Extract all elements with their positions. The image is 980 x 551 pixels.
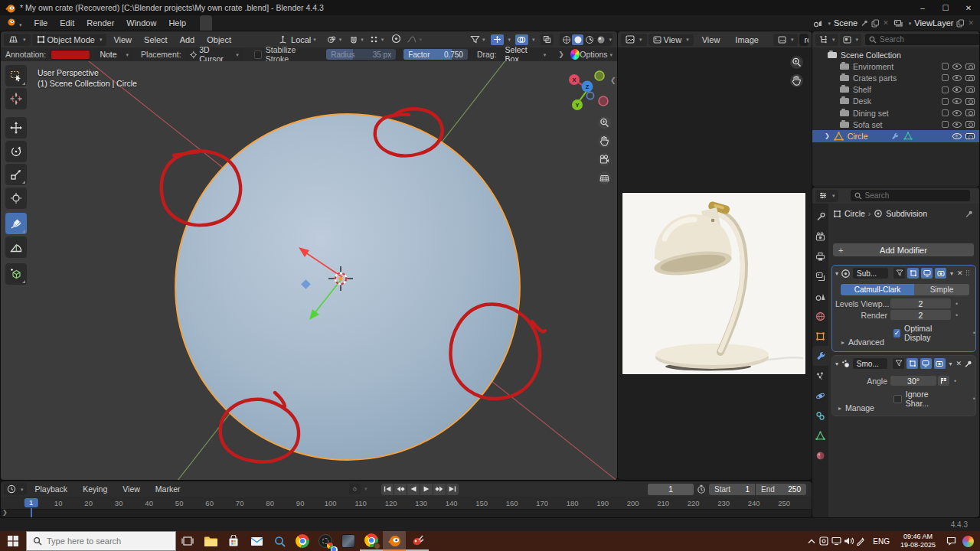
clock[interactable]: 09:46 AM 19-08-2025 (896, 533, 940, 550)
hide-viewport-icon[interactable] (952, 110, 962, 116)
editor-type-button[interactable]: ▾ (4, 34, 31, 46)
display-mode-button[interactable]: ▾ (840, 34, 862, 46)
timeline-menu[interactable]: View (116, 481, 147, 497)
exclude-checkbox[interactable] (942, 86, 949, 93)
editor-type-button[interactable]: ▾ (621, 34, 647, 46)
zoom-icon[interactable] (597, 116, 612, 130)
show-on-cage-toggle[interactable] (907, 268, 919, 279)
remove-viewlayer-icon[interactable]: ✕ (968, 19, 974, 27)
timeline-menu[interactable]: Keying (76, 481, 114, 497)
exclude-checkbox[interactable] (942, 109, 949, 116)
mail-icon[interactable] (245, 531, 268, 551)
outliner-collection-row[interactable]: Crates parts (812, 72, 979, 83)
display-cast-icon[interactable] (830, 535, 842, 547)
workspace-tab[interactable] (298, 15, 310, 31)
outliner-search[interactable] (865, 34, 980, 45)
disable-render-icon[interactable] (965, 133, 975, 140)
ignore-sharpness-checkbox[interactable] (893, 395, 902, 403)
shading-material-button[interactable] (583, 34, 595, 45)
editor-type-button[interactable]: ▾ (815, 34, 838, 46)
tool-measure[interactable] (5, 236, 27, 258)
properties-search[interactable] (851, 190, 970, 201)
pan-hand-icon[interactable] (597, 134, 612, 148)
gizmo-axis-neg-y[interactable] (595, 71, 604, 80)
scene-name[interactable]: Scene (834, 18, 858, 28)
workspace-tab[interactable] (273, 15, 286, 31)
search-app-icon[interactable] (268, 531, 291, 551)
next-keyframe-button[interactable] (433, 484, 446, 495)
modifier-name-field[interactable]: Smo... (853, 358, 888, 369)
editor-type-button[interactable]: ▾ (4, 483, 27, 495)
snap-toggle[interactable]: ▾ (349, 35, 364, 44)
show-gizmo-toggle[interactable] (491, 34, 504, 45)
web-app-dark-icon[interactable] (314, 531, 337, 551)
hide-viewport-icon[interactable] (952, 122, 962, 128)
show-in-editmode-toggle[interactable] (893, 268, 905, 279)
jump-to-end-button[interactable] (446, 484, 459, 495)
breadcrumb-modifier[interactable]: Subdivision (886, 209, 927, 218)
animate-dot-icon[interactable]: • (973, 395, 975, 403)
colorful-app-icon[interactable] (962, 535, 974, 547)
add-modifier-button[interactable]: + Add Modifier (833, 243, 974, 256)
zoom-icon[interactable] (789, 55, 804, 70)
modifier-name-field[interactable]: Sub... (853, 268, 888, 279)
annotation-color-wheel-icon[interactable] (570, 49, 580, 60)
exclude-checkbox[interactable] (942, 121, 949, 128)
tab-data[interactable] (812, 425, 828, 445)
optimal-display-checkbox[interactable]: ✓ (893, 329, 900, 337)
outliner-collection-row[interactable]: Enviroment (812, 60, 979, 72)
visibility-filter-button[interactable]: ▾ (470, 35, 485, 44)
tool-scale[interactable] (5, 164, 27, 185)
taskbar-search-box[interactable] (26, 531, 176, 551)
viewport-menu[interactable]: Select (139, 31, 173, 47)
drag-tool-dropdown[interactable]: Select Box▾ (501, 48, 551, 60)
tab-object[interactable] (812, 326, 828, 346)
pivot-point-button[interactable]: ▾ (327, 35, 342, 44)
exclude-checkbox[interactable] (942, 74, 949, 81)
panel-toggle-icon[interactable]: ❯ (2, 509, 8, 516)
blender-menu-icon[interactable]: ▾ (0, 18, 28, 28)
annotation-color-swatch[interactable] (51, 50, 90, 60)
tab-modifiers[interactable] (812, 346, 828, 366)
show-in-editmode-toggle[interactable] (893, 358, 904, 369)
disable-render-icon[interactable] (965, 109, 975, 116)
tool-cursor[interactable] (5, 88, 27, 109)
disable-render-icon[interactable] (965, 64, 975, 70)
outliner-collection-row[interactable]: Sofa set (812, 119, 979, 130)
tab-particles[interactable] (812, 366, 828, 386)
shading-rendered-button[interactable] (595, 34, 606, 45)
expand-arrow-icon[interactable]: ❯ (558, 51, 564, 58)
task-view-button[interactable] (176, 531, 199, 551)
workspace-tab[interactable] (212, 15, 224, 31)
camera-view-icon[interactable] (597, 152, 612, 167)
animate-dot-icon[interactable]: • (973, 329, 975, 337)
notification-center-icon[interactable] (945, 535, 957, 547)
workspace-tab[interactable] (286, 15, 298, 31)
topbar-menu[interactable]: Edit (54, 15, 80, 31)
tool-options-dropdown[interactable]: Options▾ (580, 50, 612, 59)
ortho-grid-icon[interactable] (597, 171, 612, 185)
chrome-profile-icon[interactable] (360, 531, 383, 551)
simple-tab[interactable]: Simple (914, 284, 969, 295)
outliner-root-row[interactable]: Scene Collection (812, 49, 979, 60)
microsoft-store-icon[interactable] (222, 531, 245, 551)
collapse-icon[interactable]: ▾ (835, 360, 838, 367)
animate-dot-icon[interactable]: • (954, 377, 956, 385)
copy-icon[interactable] (956, 19, 965, 28)
tray-chevron-up-icon[interactable] (805, 535, 818, 547)
photos-app-icon[interactable] (337, 531, 360, 551)
topbar-menu[interactable]: Help (162, 15, 192, 31)
disable-render-icon[interactable] (965, 86, 975, 93)
sidebar-toggle-icon[interactable]: ❮ (610, 77, 616, 84)
workspace-tab[interactable] (249, 15, 261, 31)
timeline-menu[interactable]: Playback (28, 481, 75, 497)
close-button[interactable]: ✕ (957, 0, 980, 15)
outliner-collection-row[interactable]: Dining set (812, 107, 979, 119)
viewport-menu[interactable]: View (108, 31, 137, 47)
timeline-ruler[interactable]: 1020304050607080901001101201301401501601… (1, 497, 812, 510)
tab-output[interactable] (812, 246, 828, 266)
navigation-gizmo[interactable]: X Z Y (560, 68, 615, 116)
shading-solid-button[interactable] (572, 34, 583, 45)
workspace-tab[interactable] (200, 15, 212, 31)
disable-render-icon[interactable] (965, 75, 975, 82)
